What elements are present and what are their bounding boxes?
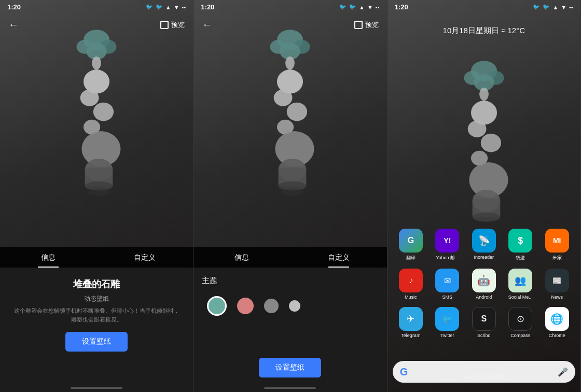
app-label-chrome: Chrome	[549, 333, 565, 338]
app-row-3: ✈ Telegram 🐦 Twitter S Scribd ⊙	[393, 307, 575, 338]
svg-point-13	[87, 188, 110, 195]
app-socialme[interactable]: 👥 Social Me...	[506, 269, 535, 300]
tab-customize-2[interactable]: 自定义	[290, 247, 387, 268]
signal-icon-1: ▲	[165, 4, 171, 10]
signal-icon-2: ▲	[359, 4, 365, 10]
twitter-status-icon-2: 🐦	[156, 4, 163, 10]
app-mihome[interactable]: MI 米家	[543, 229, 572, 261]
status-time-1: 1:20	[7, 3, 21, 11]
color-dot-gray[interactable]	[264, 299, 279, 313]
app-label-translate: 翻译	[406, 255, 416, 261]
wifi-icon-3: ▼	[561, 4, 566, 10]
app-telegram[interactable]: ✈ Telegram	[396, 307, 425, 338]
app-news[interactable]: 📰 News	[543, 269, 572, 300]
app-icon-compass: ⊙	[508, 307, 532, 331]
sculpture-area-3	[388, 57, 580, 233]
app-sms[interactable]: ✉ SMS	[433, 269, 462, 300]
top-bar-1: ← 预览	[0, 15, 193, 35]
app-label-music: Music	[405, 295, 417, 300]
status-time-2: 1:20	[201, 3, 214, 11]
app-label-inoreader: Inoreader	[474, 255, 494, 260]
tabs-bar-2: 信息 自定义	[193, 247, 386, 268]
app-inoreader[interactable]: 📡 Inoreader	[469, 229, 499, 261]
battery-icon-2: ▪▪	[376, 4, 380, 10]
twitter-status-icon-3: 🐦	[339, 4, 347, 10]
color-dot-teal[interactable]	[207, 296, 227, 316]
app-icon-telegram: ✈	[399, 307, 423, 331]
color-dot-silver[interactable]	[289, 300, 300, 312]
app-twitter[interactable]: 🐦 Twitter	[433, 307, 462, 338]
app-label-yahoo: Yahoo 邮...	[436, 255, 459, 261]
watermark: www.ziti.cn软推派	[388, 373, 580, 381]
app-chrome[interactable]: 🌐 Chrome	[543, 307, 572, 338]
preview-button-2[interactable]: 预览	[354, 20, 379, 30]
app-icon-yahoo: Y!	[435, 229, 459, 253]
app-icon-news: 📰	[545, 269, 569, 292]
info-panel-1: 堆叠的石雕 动态壁纸 这个雕塑会在您解锁手机时不断堆叠。但请小心！当手机倾斜时，…	[0, 268, 193, 392]
app-label-android: Android	[476, 295, 492, 300]
color-dot-pink[interactable]	[237, 298, 254, 314]
app-icon-scribd: S	[472, 307, 496, 331]
app-fanyi[interactable]: G 翻译	[396, 229, 425, 261]
status-icons-3: 🐦 🐦 ▲ ▼ ▪▪	[533, 4, 573, 10]
app-icon-chrome: 🌐	[545, 307, 569, 331]
svg-point-35	[481, 134, 501, 152]
date-weather: 10月18日星期日 ≈ 12°C	[388, 26, 580, 36]
twitter-status-icon-5: 🐦	[533, 4, 540, 10]
preview-label-1: 预览	[171, 20, 185, 30]
app-icon-twitter: 🐦	[435, 307, 459, 331]
app-label-compass: Compass	[510, 333, 530, 338]
app-icon-socialme: 👥	[508, 269, 532, 292]
twitter-status-icon-4: 🐦	[349, 4, 356, 10]
svg-point-27	[281, 188, 305, 195]
app-row-1: G 翻译 Y! Yahoo 邮... 📡 Inoreader $	[393, 229, 575, 261]
tab-customize-1[interactable]: 自定义	[96, 247, 193, 268]
app-android[interactable]: 🤖 Android	[469, 269, 499, 300]
set-wallpaper-button-1[interactable]: 设置壁纸	[65, 332, 128, 352]
battery-icon-3: ▪▪	[569, 4, 573, 10]
app-qianzhi[interactable]: $ 钱迹	[506, 229, 535, 261]
preview-button-1[interactable]: 预览	[160, 20, 185, 30]
app-compass[interactable]: ⊙ Compass	[506, 307, 535, 338]
app-icon-inoreader: 📡	[472, 229, 496, 253]
app-music[interactable]: ♪ Music	[396, 269, 425, 300]
status-bar-3: 1:20 🐦 🐦 ▲ ▼ ▪▪	[388, 0, 580, 13]
app-yahoo[interactable]: Y! Yahoo 邮...	[433, 229, 462, 261]
svg-point-18	[286, 57, 295, 69]
svg-point-6	[80, 90, 99, 106]
back-button-1[interactable]: ←	[8, 19, 19, 31]
wifi-icon-1: ▼	[174, 4, 179, 10]
preview-label-2: 预览	[365, 20, 379, 30]
app-label-socialme: Social Me...	[508, 295, 533, 300]
svg-point-20	[274, 90, 293, 106]
app-label-news: News	[551, 295, 563, 300]
theme-label: 主题	[202, 276, 378, 286]
svg-point-32	[479, 88, 489, 101]
wallpaper-desc-1: 这个雕塑会在您解锁手机时不断堆叠。但请小心！当手机倾斜时，雕塑也会跟着摇晃。	[8, 306, 185, 324]
bottom-indicator-2	[264, 387, 316, 389]
app-scribd[interactable]: S Scribd	[469, 307, 499, 338]
status-bar-1: 1:20 🐦 🐦 ▲ ▼ ▪▪	[0, 0, 193, 13]
tab-info-2[interactable]: 信息	[193, 247, 290, 268]
back-button-2[interactable]: ←	[202, 19, 212, 31]
color-dots-area	[202, 296, 378, 316]
sculpture-area-2	[193, 26, 386, 202]
app-label-telegram: Telegram	[401, 333, 420, 338]
app-label-qianzhi: 钱迹	[516, 255, 525, 261]
wallpaper-title-1: 堆叠的石雕	[73, 278, 120, 290]
tabs-area-1: 信息 自定义	[0, 247, 193, 268]
app-icon-android: 🤖	[472, 269, 496, 292]
app-grid: G 翻译 Y! Yahoo 邮... 📡 Inoreader $	[388, 229, 580, 345]
svg-point-4	[92, 57, 101, 69]
preview-square-icon-1	[160, 21, 169, 29]
app-icon-mihome: MI	[545, 229, 569, 253]
panel-customize: 1:20 🐦 🐦 ▲ ▼ ▪▪ ← 预览 信息 自定义 主题	[193, 0, 387, 392]
status-bar-2: 1:20 🐦 🐦 ▲ ▼ ▪▪	[193, 0, 386, 13]
app-icon-qianzhi: $	[508, 229, 532, 253]
panel-home: 1:20 🐦 🐦 ▲ ▼ ▪▪ 10月18日星期日 ≈ 12°C G 翻译 Y!	[388, 0, 581, 392]
bottom-indicator-1	[71, 387, 122, 389]
set-wallpaper-button-2[interactable]: 设置壁纸	[259, 358, 321, 377]
tabs-bar-1: 信息 自定义	[0, 247, 193, 268]
tab-info-1[interactable]: 信息	[0, 247, 96, 268]
app-icon-music: ♪	[399, 269, 423, 292]
